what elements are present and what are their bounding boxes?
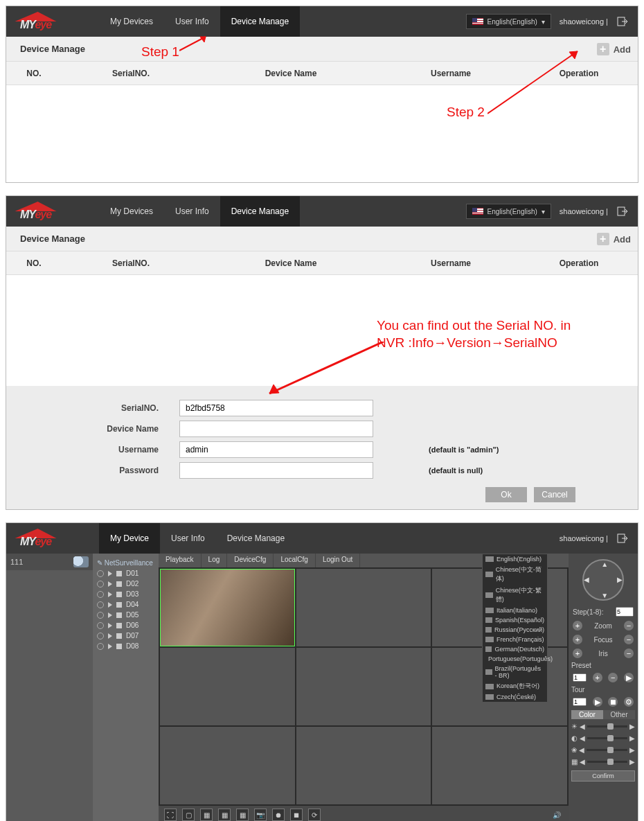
logout-icon[interactable] xyxy=(617,206,628,216)
col-devicename: Device Name xyxy=(200,69,382,78)
channel-row[interactable]: D08 xyxy=(97,641,154,651)
tab-color[interactable]: Color xyxy=(571,710,603,719)
tab-playback[interactable]: Playback xyxy=(159,554,202,567)
annotation-serial-hint: You can find out the Serial NO. in NVR :… xyxy=(377,317,584,351)
confirm-button[interactable]: Confirm xyxy=(571,770,635,782)
ptz-direction-pad[interactable]: ▲ ▼ ◀ ▶ xyxy=(582,559,624,601)
annotation-step2: Step 2 xyxy=(447,105,485,120)
username-input[interactable] xyxy=(179,441,373,458)
page-title: Device Manage xyxy=(20,44,85,54)
video-cell[interactable] xyxy=(160,648,295,725)
stop-icon[interactable]: ⏹ xyxy=(290,809,303,821)
iris-open-button[interactable]: + xyxy=(573,648,582,658)
panel-live-view: MYeye My Device User Info Device Manage … xyxy=(6,522,638,821)
flag-us-icon xyxy=(472,208,483,215)
devicename-input[interactable] xyxy=(179,421,373,437)
current-user: shaoweicong xyxy=(560,207,604,215)
label-username: Username xyxy=(6,445,179,454)
tab-logout[interactable]: Login Out xyxy=(316,554,360,567)
nav-device-manage[interactable]: Device Manage xyxy=(216,523,296,554)
nav-user-info[interactable]: User Info xyxy=(164,196,220,227)
video-cell[interactable] xyxy=(296,569,431,646)
video-cell[interactable] xyxy=(160,727,295,804)
tab-other[interactable]: Other xyxy=(603,710,635,719)
add-label: Add xyxy=(614,44,631,55)
tour-input[interactable] xyxy=(573,698,587,706)
plus-icon: + xyxy=(597,233,609,245)
snapshot-icon[interactable]: 📷 xyxy=(254,809,267,821)
channel-row[interactable]: D01 xyxy=(97,568,154,579)
label-serial: SerialNO. xyxy=(6,403,179,413)
channel-row[interactable]: D04 xyxy=(97,599,154,610)
fullscreen-icon[interactable]: ⛶ xyxy=(164,809,177,821)
video-cell-live[interactable] xyxy=(160,569,295,646)
hue-slider[interactable]: ▦◀▶ xyxy=(571,757,635,766)
language-selector[interactable]: English(English) ▾ xyxy=(466,14,551,29)
volume-icon[interactable]: 🔊 xyxy=(551,809,563,821)
video-cell[interactable] xyxy=(296,648,431,725)
channel-row[interactable]: D03 xyxy=(97,589,154,599)
device-item[interactable]: 111 xyxy=(6,554,93,570)
bottom-toolbar: ⛶ ▢ ▦ ▦ ▦ 📷 ⏺ ⏹ ⟳ 🔊 xyxy=(159,806,569,821)
svg-line-6 xyxy=(269,342,384,394)
saturation-slider[interactable]: ❀◀▶ xyxy=(571,745,635,754)
nav-device-manage[interactable]: Device Manage xyxy=(220,196,300,227)
nav-my-devices[interactable]: My Devices xyxy=(99,6,164,37)
serial-input[interactable] xyxy=(179,400,373,416)
focus-out-button[interactable]: − xyxy=(624,635,634,644)
arrow-step1-icon xyxy=(179,33,214,53)
zoom-in-button[interactable]: + xyxy=(573,621,582,630)
lang-item: Portuguese(Português) xyxy=(483,654,547,664)
lang-item: Spanish(Español) xyxy=(483,615,547,625)
tab-localcfg[interactable]: LocalCfg xyxy=(274,554,315,567)
lang-item: Russian(Русский) xyxy=(483,625,547,635)
ok-button[interactable]: Ok xyxy=(485,487,527,502)
layout-4-icon[interactable]: ▦ xyxy=(200,809,213,821)
top-bar: MYeye My Devices User Info Device Manage… xyxy=(6,6,638,37)
channel-row[interactable]: D06 xyxy=(97,620,154,630)
logout-icon[interactable] xyxy=(617,17,628,26)
current-user: shaoweicong xyxy=(560,534,604,542)
nav-my-device[interactable]: My Device xyxy=(99,523,160,554)
channel-row[interactable]: D05 xyxy=(97,610,154,620)
cancel-button[interactable]: Cancel xyxy=(534,487,575,502)
contrast-slider[interactable]: ◐◀▶ xyxy=(571,734,635,743)
refresh-icon[interactable]: ⟳ xyxy=(308,809,321,821)
nav-device-manage[interactable]: Device Manage xyxy=(220,6,300,37)
language-dropdown[interactable]: English(English) Chinese(中文-简体) Chinese(… xyxy=(482,554,548,703)
password-input[interactable] xyxy=(179,462,373,479)
tour-label: Tour xyxy=(571,686,635,694)
add-button[interactable]: + Add xyxy=(597,39,631,59)
lang-item: Brazil(Português - BR) xyxy=(483,664,547,680)
preset-input[interactable] xyxy=(573,673,587,682)
nav-my-devices[interactable]: My Devices xyxy=(99,196,164,227)
language-label: English(English) xyxy=(488,18,537,26)
channel-row[interactable]: D02 xyxy=(97,579,154,589)
brightness-slider[interactable]: ☀◀▶ xyxy=(571,722,635,731)
language-selector[interactable]: English(English) ▾ xyxy=(466,204,551,219)
video-cell[interactable] xyxy=(296,727,431,804)
tab-log[interactable]: Log xyxy=(202,554,228,567)
channel-list: ✎ NetSurveillance D01 D02 D03 D04 D05 D0… xyxy=(93,554,159,821)
svg-line-3 xyxy=(488,51,578,114)
nav-user-info[interactable]: User Info xyxy=(160,523,216,554)
col-serial: SerialNO. xyxy=(62,69,200,78)
label-devicename: Device Name xyxy=(6,424,179,434)
layout-1-icon[interactable]: ▢ xyxy=(182,809,195,821)
video-cell[interactable] xyxy=(432,727,567,804)
layout-16-icon[interactable]: ▦ xyxy=(236,809,249,821)
iris-close-button[interactable]: − xyxy=(624,648,634,658)
logout-icon[interactable] xyxy=(617,533,628,543)
focus-in-button[interactable]: + xyxy=(573,635,582,644)
brand-logo: MYeye xyxy=(16,202,92,221)
channel-row[interactable]: D07 xyxy=(97,630,154,641)
hint-username: (default is "admin") xyxy=(429,445,499,454)
add-button[interactable]: + Add xyxy=(597,229,631,249)
record-all-icon[interactable]: ⏺ xyxy=(272,809,285,821)
lang-item: Czech(České) xyxy=(483,692,547,702)
device-label: 111 xyxy=(10,558,23,566)
zoom-out-button[interactable]: − xyxy=(624,621,634,630)
tab-devicecfg[interactable]: DeviceCfg xyxy=(227,554,274,567)
layout-9-icon[interactable]: ▦ xyxy=(218,809,231,821)
ptz-step-input[interactable] xyxy=(616,607,634,617)
